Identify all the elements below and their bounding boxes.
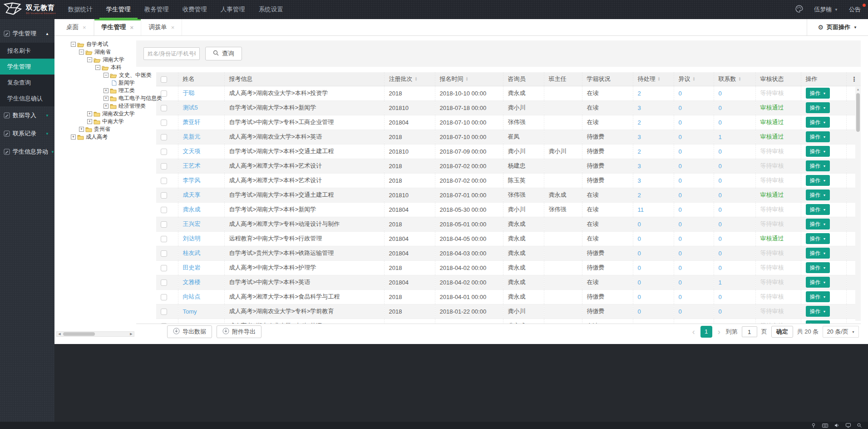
column-header-7[interactable]: 待处理▲▼: [633, 72, 674, 86]
speaker-icon[interactable]: [834, 423, 839, 428]
action-button[interactable]: 操作▼: [806, 262, 830, 273]
sidebar-item-0-2[interactable]: 复杂查询: [0, 75, 54, 90]
contact-count-link[interactable]: 0: [719, 264, 722, 271]
collapse-icon[interactable]: −: [104, 73, 108, 78]
objection-count-link[interactable]: 0: [679, 250, 682, 257]
student-name-link[interactable]: 萧亚轩: [183, 119, 201, 125]
row-checkbox[interactable]: [161, 236, 167, 242]
contact-count-link[interactable]: 0: [719, 90, 722, 97]
tree-node-5[interactable]: 新闻学: [54, 79, 136, 87]
tree-node-11[interactable]: +贵州省: [54, 125, 136, 133]
expand-icon[interactable]: +: [87, 119, 92, 124]
pending-count-link[interactable]: 3: [638, 163, 641, 170]
sidebar-section-2[interactable]: 联系记录▼: [0, 125, 54, 143]
action-button[interactable]: 操作▼: [806, 204, 830, 215]
user-menu[interactable]: 伍梦楠 ▼: [814, 5, 838, 14]
tab-1[interactable]: 学生管理×: [94, 19, 142, 35]
tab-2[interactable]: 调拨单×: [141, 19, 182, 35]
objection-count-link[interactable]: 0: [679, 323, 682, 324]
action-button[interactable]: 操作▼: [806, 131, 830, 142]
student-name-link[interactable]: 王兴宏: [183, 220, 201, 227]
pending-count-link[interactable]: 0: [638, 308, 641, 315]
contact-count-link[interactable]: 0: [719, 250, 722, 257]
row-checkbox[interactable]: [161, 178, 167, 184]
action-button[interactable]: 操作▼: [806, 88, 830, 99]
student-name-link[interactable]: 田史岩: [183, 264, 201, 271]
notice-link[interactable]: 公告: [849, 5, 863, 14]
student-name-link[interactable]: 龚永成: [183, 206, 201, 213]
objection-count-link[interactable]: 0: [679, 148, 682, 155]
row-checkbox[interactable]: [161, 221, 167, 228]
table-vertical-scrollbar[interactable]: ▲: [855, 87, 861, 321]
theme-palette-icon[interactable]: [795, 5, 803, 14]
action-button[interactable]: 操作▼: [806, 320, 830, 324]
tree-node-12[interactable]: +成人高考: [54, 133, 136, 141]
search-button[interactable]: 查询: [205, 47, 242, 60]
expand-icon[interactable]: +: [104, 104, 108, 109]
pending-count-link[interactable]: 3: [638, 134, 641, 140]
scroll-right-icon[interactable]: ▶: [128, 332, 134, 336]
expand-icon[interactable]: +: [104, 96, 108, 101]
objection-count-link[interactable]: 0: [679, 206, 682, 213]
student-name-link[interactable]: 测试5: [183, 104, 198, 111]
nav-item-2[interactable]: 教务管理: [138, 0, 176, 19]
objection-count-link[interactable]: 0: [679, 264, 682, 271]
pending-count-link[interactable]: 3: [638, 105, 641, 111]
contact-count-link[interactable]: 1: [719, 279, 722, 286]
pending-count-link[interactable]: 0: [638, 279, 641, 286]
scroll-up-icon[interactable]: ▲: [855, 87, 861, 92]
action-button[interactable]: 操作▼: [806, 306, 830, 317]
prev-page-icon[interactable]: ‹: [691, 327, 696, 336]
row-checkbox[interactable]: [161, 323, 167, 324]
action-button[interactable]: 操作▼: [806, 233, 830, 244]
contact-count-link[interactable]: 0: [719, 308, 722, 315]
contact-count-link[interactable]: 0: [719, 221, 722, 228]
next-page-icon[interactable]: ›: [716, 327, 722, 336]
tree-node-9[interactable]: +湖南农业大学: [54, 110, 136, 118]
contact-count-link[interactable]: 0: [719, 119, 722, 126]
student-name-link[interactable]: Billy: [183, 323, 194, 324]
scrollbar-thumb[interactable]: [63, 332, 95, 336]
page-operations-dropdown[interactable]: ⚙ 页面操作 ▼: [807, 19, 868, 35]
action-button[interactable]: 操作▼: [806, 291, 830, 302]
sort-icon[interactable]: ▲▼: [415, 77, 418, 81]
student-name-link[interactable]: Tomy: [183, 308, 197, 315]
row-checkbox[interactable]: [161, 120, 167, 126]
collapse-icon[interactable]: −: [95, 65, 100, 70]
action-button[interactable]: 操作▼: [806, 248, 830, 259]
objection-count-link[interactable]: 0: [679, 90, 682, 97]
sort-icon[interactable]: ▲▼: [739, 77, 741, 81]
sidebar-section-1[interactable]: 数据导入▼: [0, 106, 54, 125]
tree-horizontal-scrollbar[interactable]: ◀ ▶: [56, 331, 134, 337]
close-icon[interactable]: ×: [83, 24, 86, 31]
action-button[interactable]: 操作▼: [806, 190, 830, 200]
close-icon[interactable]: ×: [130, 24, 134, 31]
goto-page-input[interactable]: [742, 326, 757, 337]
sidebar-section-0[interactable]: 学生管理▲: [0, 25, 54, 43]
tree-node-3[interactable]: −本科: [54, 64, 136, 71]
objection-count-link[interactable]: 0: [679, 163, 682, 170]
row-checkbox[interactable]: [161, 265, 167, 271]
tree-node-6[interactable]: +理工类: [54, 87, 136, 95]
objection-count-link[interactable]: 0: [679, 119, 682, 126]
row-checkbox[interactable]: [161, 134, 167, 140]
contact-count-link[interactable]: 0: [719, 163, 722, 170]
pending-count-link[interactable]: 2: [638, 90, 641, 97]
action-button[interactable]: 操作▼: [806, 219, 830, 229]
sidebar-section-3[interactable]: 学生信息异动▼: [0, 143, 54, 161]
row-checkbox[interactable]: [161, 294, 167, 300]
sort-icon[interactable]: ▲▼: [658, 77, 661, 81]
tree-node-2[interactable]: −湖南大学: [54, 56, 136, 64]
current-page-button[interactable]: 1: [700, 326, 712, 338]
expand-icon[interactable]: +: [79, 127, 84, 132]
column-header-2[interactable]: 注册批次▲▼: [384, 72, 435, 86]
row-checkbox[interactable]: [161, 163, 167, 170]
pending-count-link[interactable]: 0: [638, 294, 641, 300]
collapse-icon[interactable]: −: [79, 50, 84, 55]
nav-item-1[interactable]: 学生管理: [99, 0, 138, 19]
sidebar-item-0-0[interactable]: 报名刷卡: [0, 43, 54, 59]
select-all-checkbox[interactable]: [161, 76, 167, 83]
collapse-icon[interactable]: −: [71, 42, 76, 47]
student-name-link[interactable]: 李学风: [183, 177, 201, 184]
search-icon[interactable]: [857, 423, 862, 428]
